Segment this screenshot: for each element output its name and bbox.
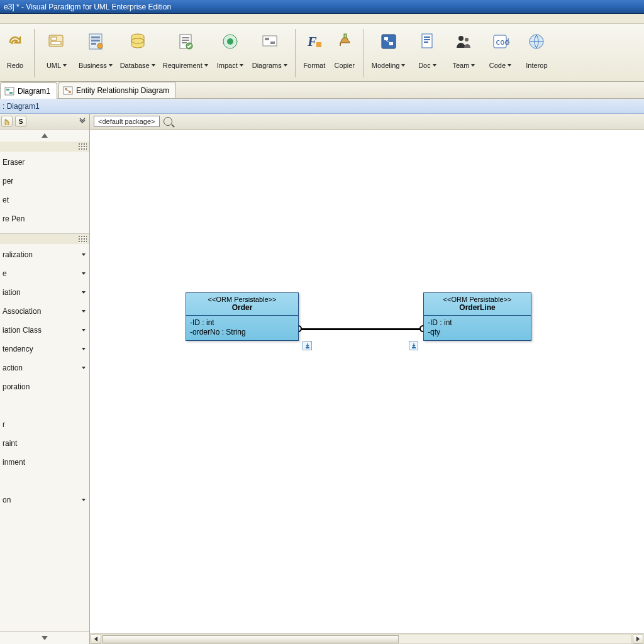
palette-item[interactable]: Association [1, 303, 88, 319]
palette-item[interactable]: poration [1, 379, 88, 395]
dropdown-caret-icon [82, 348, 86, 350]
svg-rect-11 [182, 37, 189, 38]
requirement-icon [174, 30, 197, 53]
svg-rect-18 [265, 38, 269, 40]
copier-icon [333, 30, 356, 53]
dropdown-caret-icon [82, 253, 86, 256]
scroll-thumb[interactable] [103, 635, 399, 643]
scroll-track[interactable] [102, 635, 632, 644]
class-name: Order [189, 303, 296, 312]
doc-label: Doc [418, 62, 431, 69]
class-order[interactable]: <<ORM Persistable>> Order -ID : int -ord… [186, 292, 299, 341]
svg-rect-27 [422, 34, 432, 48]
palette-item-label: e [3, 269, 7, 278]
diagrams-icon [258, 30, 281, 53]
tab-label: Entity Relationship Diagram [76, 86, 169, 95]
association-connector[interactable] [299, 328, 423, 330]
interop-button[interactable]: Interop [518, 26, 555, 80]
code-button[interactable]: code Code [482, 26, 518, 80]
svg-rect-24 [384, 37, 388, 40]
package-breadcrumb[interactable]: <default package> [94, 116, 160, 127]
palette-item-label: et [3, 196, 9, 204]
dropdown-caret-icon [508, 64, 511, 67]
palette-item-label: poration [3, 382, 30, 391]
palette-item[interactable]: re Pen [1, 211, 88, 227]
palette-section-tools: Eraserperetre Pen [0, 142, 89, 234]
orm-badge-icon[interactable] [303, 341, 312, 350]
svg-rect-12 [182, 40, 189, 41]
palette-item[interactable]: Eraser [1, 154, 88, 170]
hand-icon [3, 118, 11, 125]
drag-handle-icon[interactable] [78, 235, 87, 243]
palette-item-label: Eraser [3, 158, 25, 167]
diagram-editor: <default package> <<ORM Persistable>> Or… [90, 114, 644, 644]
palette-item-label: tendency [3, 345, 33, 353]
palette-s-button[interactable]: S [15, 116, 26, 127]
horizontal-scrollbar[interactable] [90, 633, 644, 644]
svg-rect-6 [91, 43, 96, 45]
breadcrumb: : Diagram1 [0, 99, 644, 114]
scroll-right-button[interactable] [633, 635, 643, 644]
diagram-canvas[interactable]: <<ORM Persistable>> Order -ID : int -ord… [90, 130, 644, 633]
palette-item[interactable]: per [1, 173, 88, 189]
svg-point-16 [227, 38, 233, 45]
business-icon [84, 30, 107, 53]
orm-badge-icon[interactable] [409, 341, 418, 350]
uml-button[interactable]: UML [38, 26, 75, 80]
svg-rect-43 [306, 347, 309, 348]
palette-item-label: iation [3, 288, 21, 297]
scroll-down-icon[interactable] [42, 636, 48, 640]
scroll-up-icon[interactable] [42, 133, 48, 138]
palette-item[interactable] [1, 397, 88, 414]
palette-item[interactable]: on [1, 492, 88, 508]
impact-button[interactable]: Impact [212, 26, 248, 80]
svg-rect-1 [51, 37, 57, 40]
requirement-button[interactable]: Requirement [159, 26, 212, 80]
erd-icon [63, 86, 73, 96]
diagrams-label: Diagrams [252, 62, 282, 69]
doc-button[interactable]: Doc [409, 26, 445, 80]
palette-item[interactable]: iation [1, 284, 88, 301]
canvas-toolbar: <default package> [90, 114, 644, 130]
palette-item[interactable]: action [1, 360, 88, 376]
zoom-icon[interactable] [164, 117, 172, 126]
modeling-button[interactable]: Modeling [368, 26, 409, 80]
business-label: Business [79, 62, 107, 69]
palette-item[interactable]: iation Class [1, 322, 88, 338]
tab-diagram1[interactable]: Diagram1 [0, 82, 57, 99]
uml-label: UML [47, 62, 61, 69]
redo-button[interactable]: Redo [0, 26, 30, 80]
svg-text:code: code [496, 38, 510, 47]
svg-rect-13 [182, 42, 187, 43]
team-icon [452, 30, 475, 53]
palette-item[interactable]: r [1, 416, 88, 433]
stereotype: <<ORM Persistable>> [426, 296, 528, 303]
palette-item[interactable]: ralization [1, 247, 88, 263]
tab-erd[interactable]: Entity Relationship Diagram [58, 82, 176, 98]
svg-rect-21 [316, 42, 321, 47]
doc-icon [416, 30, 438, 53]
drag-handle-icon[interactable] [78, 143, 87, 150]
palette-item[interactable]: et [1, 192, 88, 208]
format-button[interactable]: F Format [299, 26, 330, 80]
dropdown-caret-icon [63, 64, 67, 67]
palette-item[interactable] [1, 473, 88, 489]
scroll-left-button[interactable] [91, 635, 101, 644]
team-button[interactable]: Team [445, 26, 482, 80]
business-button[interactable]: Business [75, 26, 116, 80]
class-name: OrderLine [426, 303, 528, 312]
svg-rect-22 [344, 34, 347, 38]
impact-icon [219, 30, 242, 53]
copier-button[interactable]: Copier [330, 26, 360, 80]
palette-hand-button[interactable] [1, 116, 13, 127]
diagrams-button[interactable]: Diagrams [248, 26, 291, 80]
interop-icon [525, 30, 548, 53]
class-orderline[interactable]: <<ORM Persistable>> OrderLine -ID : int … [423, 292, 531, 341]
palette-item[interactable]: inment [1, 454, 88, 470]
database-button[interactable]: Database [116, 26, 159, 80]
palette-item[interactable]: raint [1, 435, 88, 452]
palette-item[interactable]: e [1, 265, 88, 282]
palette-item[interactable]: tendency [1, 341, 88, 357]
chevron-left-icon [94, 636, 97, 641]
palette-collapse-icon[interactable] [78, 117, 87, 126]
